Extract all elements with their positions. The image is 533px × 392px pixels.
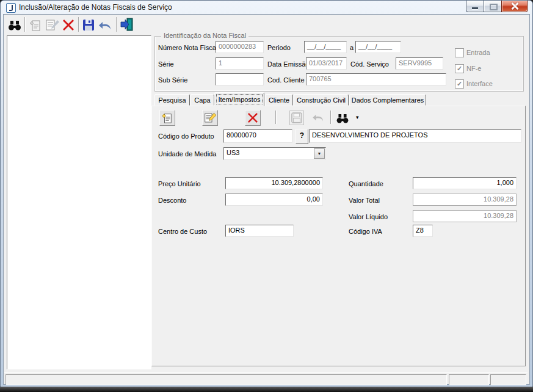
cod-servico-label: Cód. Serviço	[350, 60, 389, 68]
item-save-button[interactable]	[289, 111, 304, 125]
cod-servico-field[interactable]: SERV9995	[396, 57, 443, 70]
nfe-checkbox[interactable]: ✓	[455, 64, 464, 73]
unidade-medida-select[interactable]: US3 ▼	[223, 147, 326, 160]
toolbar-separator	[24, 17, 26, 32]
periodo-to-field[interactable]: __/__/____	[355, 41, 401, 53]
valor-liquido-field: 10.309,28	[413, 210, 517, 222]
item-edit-button[interactable]	[202, 110, 218, 126]
status-panel-main	[5, 374, 447, 385]
product-lookup-button[interactable]: ?	[296, 129, 308, 144]
codigo-iva-label: Código IVA	[349, 228, 382, 235]
data-emissao-label: Data Emissão	[267, 60, 309, 68]
tab-page-item-impostos	[151, 106, 526, 366]
item-new-button[interactable]	[159, 110, 175, 126]
entrada-label: Entrada	[466, 49, 490, 56]
tab-item-impostos[interactable]: Item/Impostos	[214, 92, 264, 106]
toolbar-separator	[116, 17, 117, 32]
toolbar-separator	[275, 111, 277, 124]
preco-unitario-field[interactable]: 10.309,2800000	[225, 177, 323, 189]
desconto-field[interactable]: 0,00	[225, 194, 323, 206]
centro-custo-label: Centro de Custo	[158, 228, 207, 235]
exit-button[interactable]	[120, 17, 134, 32]
tab-label: Cliente	[269, 96, 289, 104]
groupbox-title: Identificação da Nota Fiscal	[161, 32, 248, 39]
centro-custo-field[interactable]: IORS	[225, 225, 294, 237]
tab-dados-complementares[interactable]: Dados Complementares	[349, 94, 426, 106]
status-bar	[4, 372, 528, 387]
titlebar[interactable]: Inclusão/Alteração de Notas Fiscais de S…	[1, 1, 532, 14]
valor-total-field: 10.309,28	[413, 194, 517, 206]
edit-item-icon	[204, 112, 216, 123]
save-item-icon	[291, 112, 302, 123]
help-icon: ?	[300, 131, 304, 140]
tab-cliente[interactable]: Cliente	[265, 94, 293, 106]
periodo-from-field[interactable]: __/__/____	[304, 41, 347, 53]
interface-label: Interface	[466, 80, 493, 87]
quantidade-field[interactable]: 1,000	[413, 177, 517, 189]
exit-door-icon	[120, 17, 134, 32]
tab-label: Dados Complementares	[352, 96, 424, 104]
tab-label: Pesquisa	[158, 96, 186, 104]
item-delete-button[interactable]	[245, 110, 261, 126]
undo-button[interactable]	[98, 18, 113, 33]
edit-document-icon	[45, 19, 59, 31]
new-button[interactable]	[28, 18, 43, 32]
tab-construcao-civil[interactable]: Construção Civil	[294, 94, 349, 106]
new-document-icon	[29, 19, 42, 31]
search-dropdown-arrow-icon[interactable]: ▾	[356, 114, 359, 120]
binoculars-icon	[8, 21, 21, 31]
serie-field[interactable]: 1	[216, 57, 264, 70]
codigo-produto-field[interactable]: 80000070	[223, 129, 292, 143]
delete-x-icon	[63, 20, 74, 31]
app-window: Inclusão/Alteração de Notas Fiscais de S…	[0, 0, 533, 387]
nfe-label: NF-e	[466, 65, 481, 72]
quantidade-label: Quantidade	[349, 180, 383, 187]
status-panel-3	[490, 374, 526, 385]
new-item-icon	[162, 112, 173, 123]
search-button[interactable]	[7, 18, 22, 33]
tab-label: Capa	[194, 96, 210, 104]
records-list-panel[interactable]	[7, 35, 151, 369]
data-emissao-field[interactable]: 01/03/2017	[306, 57, 347, 70]
interface-checkbox[interactable]: ✓	[455, 79, 464, 89]
preco-unitario-label: Preço Unitário	[158, 180, 201, 187]
binoculars-icon	[336, 114, 349, 123]
codigo-produto-label: Código do Produto	[158, 132, 214, 140]
periodo-label: Periodo	[267, 44, 291, 51]
maximize-button[interactable]	[484, 1, 502, 12]
close-button[interactable]	[501, 1, 528, 12]
app-icon	[6, 3, 16, 13]
combo-arrow-button[interactable]: ▼	[314, 148, 325, 159]
codigo-iva-field[interactable]: Z8	[413, 225, 433, 237]
item-undo-button[interactable]	[312, 112, 325, 124]
undo-item-icon	[313, 114, 325, 122]
periodo-sep-label: a	[350, 44, 354, 51]
cod-cliente-field[interactable]: 700765	[306, 73, 446, 85]
tab-capa[interactable]: Capa	[190, 94, 214, 106]
unidade-medida-value: US3	[227, 149, 239, 156]
entrada-checkbox[interactable]	[455, 48, 464, 57]
window-title: Inclusão/Alteração de Notas Fiscais de S…	[19, 3, 172, 12]
produto-descricao-field[interactable]: DESENVOLVIMENTO DE PROJETOS	[309, 129, 521, 143]
delete-button[interactable]	[61, 18, 76, 32]
save-button[interactable]	[81, 18, 96, 32]
item-search-button[interactable]	[335, 111, 350, 126]
valor-liquido-label: Valor Líquido	[349, 213, 388, 220]
desconto-label: Desconto	[158, 197, 186, 204]
edit-button[interactable]	[45, 18, 59, 32]
taskbar-edge	[0, 387, 533, 392]
tab-pesquisa[interactable]: Pesquisa	[154, 94, 190, 106]
sub-serie-field[interactable]	[216, 73, 264, 85]
minimize-button[interactable]	[466, 1, 484, 12]
check-icon: ✓	[457, 65, 462, 72]
undo-arrow-icon	[99, 21, 112, 31]
delete-item-icon	[248, 113, 258, 123]
numero-field[interactable]: 0000000283	[216, 41, 264, 53]
save-floppy-icon	[82, 19, 95, 31]
tab-label: Construção Civil	[297, 96, 346, 104]
maximize-icon	[490, 4, 498, 10]
status-panel-2	[449, 374, 489, 385]
sub-serie-label: Sub Série	[158, 76, 187, 84]
toolbar-separator	[330, 111, 332, 124]
cod-cliente-label: Cod. Cliente	[267, 76, 305, 84]
